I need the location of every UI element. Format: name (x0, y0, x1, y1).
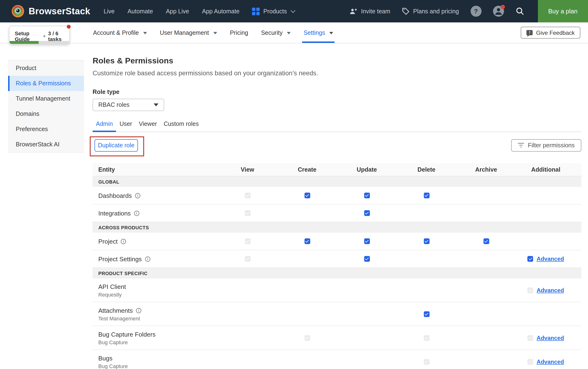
caret-down-icon (330, 32, 333, 34)
subnav-item-user-management[interactable]: User Management (159, 22, 218, 43)
advanced-link[interactable]: Advanced (537, 358, 564, 365)
sidebar-item-browserstack-ai[interactable]: BrowserStack AI (8, 137, 84, 152)
products-menu[interactable]: Products (252, 7, 294, 15)
column-header-create: Create (277, 166, 337, 173)
subnav-item-security[interactable]: Security (261, 22, 291, 43)
subnav-item-account-profile[interactable]: Account & Profile (93, 22, 147, 43)
checkbox-delete-checked[interactable] (424, 193, 429, 198)
plans-pricing-label: Plans and pricing (413, 8, 459, 15)
checkbox-update-checked[interactable] (364, 210, 370, 216)
checkbox-create-checked[interactable] (304, 238, 310, 244)
subnav-item-label: User Management (160, 29, 209, 36)
tab-custom-roles[interactable]: Custom roles (160, 121, 202, 132)
checkbox-view-disabled (245, 238, 250, 244)
checkbox-view-disabled (245, 256, 250, 262)
plans-pricing-button[interactable]: Plans and pricing (402, 8, 459, 15)
topnav-link-app-automate[interactable]: App Automate (202, 8, 240, 15)
entity-cell: Projecti (93, 235, 218, 248)
checkbox-update-checked[interactable] (364, 238, 370, 244)
search-icon[interactable] (515, 7, 524, 16)
sidebar-item-product[interactable]: Product (8, 60, 84, 76)
select-caret-icon (154, 103, 158, 106)
invite-team-button[interactable]: Invite team (349, 8, 390, 15)
sidebar-item-roles-permissions[interactable]: Roles & Permissions (8, 76, 84, 91)
brand-name[interactable]: BrowserStack (29, 6, 90, 16)
checkbox-view-disabled (245, 210, 250, 216)
entity-cell: API ClientRequestly (93, 280, 218, 300)
page-title: Roles & Permissions (93, 56, 581, 66)
setup-guide-card[interactable]: Setup Guide 3 / 6 tasks (9, 26, 70, 44)
dot-separator (44, 35, 45, 37)
feedback-bubble-icon: ! (527, 30, 533, 35)
products-label: Products (263, 8, 287, 15)
caret-down-icon (213, 32, 217, 34)
info-icon[interactable]: i (134, 210, 139, 216)
caret-down-icon (143, 32, 147, 34)
subnav-item-label: Settings (304, 29, 325, 36)
checkbox-additional-checked[interactable] (528, 256, 533, 262)
info-icon[interactable]: i (136, 308, 142, 313)
buy-a-plan-button[interactable]: Buy a plan (538, 0, 588, 22)
give-feedback-button[interactable]: ! Give Feedback (521, 27, 580, 39)
tab-viewer[interactable]: Viewer (136, 121, 160, 132)
tab-admin[interactable]: Admin (93, 121, 116, 132)
tab-user[interactable]: User (116, 121, 136, 132)
section-header-global: GLOBAL (93, 176, 581, 187)
subnav-item-settings[interactable]: Settings (303, 22, 334, 43)
topnav-link-automate[interactable]: Automate (127, 8, 153, 15)
checkbox-additional-disabled (528, 335, 533, 341)
checkbox-create-disabled (304, 335, 310, 341)
checkbox-archive-checked[interactable] (483, 238, 489, 244)
top-navbar: BrowserStack LiveAutomateApp LiveApp Aut… (0, 0, 588, 22)
topnav-link-app-live[interactable]: App Live (166, 8, 189, 15)
column-header-additional: Additional (516, 166, 576, 173)
topnav-link-live[interactable]: Live (104, 8, 115, 15)
entity-product-subtitle: Bug Capture (98, 363, 218, 369)
advanced-link[interactable]: Advanced (537, 287, 564, 293)
filter-permissions-button[interactable]: Filter permissions (511, 139, 581, 151)
info-icon[interactable]: i (135, 193, 140, 198)
entity-name: Dashboards (98, 192, 132, 199)
setup-guide-task-count: 3 / 6 tasks (48, 30, 69, 42)
table-row-bug-capture-folders: Bug Capture FoldersBug CaptureAdvanced (93, 326, 581, 350)
give-feedback-label: Give Feedback (536, 29, 575, 36)
advanced-link[interactable]: Advanced (537, 334, 564, 341)
account-avatar[interactable] (493, 6, 504, 17)
advanced-link[interactable]: Advanced (537, 256, 564, 262)
help-button[interactable]: ? (470, 6, 481, 17)
checkbox-update-checked[interactable] (364, 193, 370, 198)
products-grid-icon (252, 7, 260, 15)
checkbox-delete-checked[interactable] (424, 238, 429, 244)
entity-name: Bug Capture Folders (98, 331, 156, 338)
entity-cell: Integrationsi (93, 207, 218, 219)
permissions-table: EntityViewCreateUpdateDeleteArchiveAddit… (93, 163, 581, 369)
sidebar-item-domains[interactable]: Domains (8, 106, 84, 121)
checkbox-delete-checked[interactable] (424, 311, 429, 317)
subnav-item-pricing[interactable]: Pricing (229, 22, 248, 43)
info-icon[interactable]: i (121, 239, 126, 244)
setup-guide-progress-fill (10, 41, 39, 44)
entity-cell: Project Settingsi (93, 252, 218, 265)
section-header-across-products: ACROSS PRODUCTS (93, 222, 581, 233)
table-row-integrations: Integrationsi (93, 205, 581, 222)
sidebar-item-tunnel-management[interactable]: Tunnel Management (8, 91, 84, 106)
subnav-item-label: Security (261, 29, 283, 36)
entity-cell: Bug Capture FoldersBug Capture (93, 328, 218, 348)
filter-icon (518, 143, 524, 148)
column-header-update: Update (337, 166, 397, 173)
checkbox-create-checked[interactable] (304, 193, 310, 198)
column-header-archive: Archive (456, 166, 516, 173)
table-row-project-settings: Project SettingsiAdvanced (93, 250, 581, 268)
column-header-entity: Entity (93, 166, 218, 173)
duplicate-role-button[interactable]: Duplicate role (94, 139, 138, 151)
page-subtitle: Customize role based access permissions … (93, 69, 581, 78)
entity-product-subtitle: Requestly (98, 291, 218, 297)
subnav-item-label: Account & Profile (93, 29, 139, 36)
invite-team-label: Invite team (361, 8, 390, 15)
role-type-select[interactable]: RBAC roles (93, 99, 164, 111)
checkbox-update-checked[interactable] (364, 256, 370, 262)
sidebar-item-preferences[interactable]: Preferences (8, 121, 84, 137)
notification-dot (500, 5, 505, 9)
tag-icon (402, 8, 409, 15)
info-icon[interactable]: i (145, 256, 150, 261)
